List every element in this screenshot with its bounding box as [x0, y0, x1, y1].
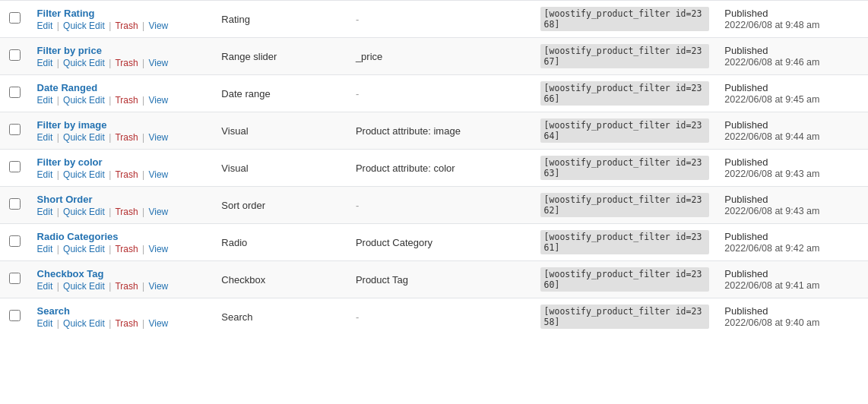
row-checkbox[interactable] — [9, 161, 21, 172]
shortcode-badge: [woostify_product_filter id=2363] — [540, 156, 710, 180]
view-link[interactable]: View — [148, 21, 168, 31]
sep2: | — [109, 21, 111, 31]
view-link[interactable]: View — [148, 318, 168, 329]
edit-link[interactable]: Edit — [37, 281, 53, 292]
row-title-link[interactable]: Filter by color — [37, 156, 103, 168]
shortcode-badge: [woostify_product_filter id=2368] — [540, 7, 710, 31]
row-actions: Edit | Quick Edit | Trash | View — [37, 244, 207, 254]
status-label: Published — [724, 156, 768, 168]
row-title-cell: Date Ranged Edit | Quick Edit | Trash | … — [30, 75, 214, 112]
view-link[interactable]: View — [148, 58, 168, 68]
row-filter-by-color: Filter by color Edit | Quick Edit | Tras… — [0, 150, 868, 187]
view-link[interactable]: View — [148, 244, 168, 254]
view-link[interactable]: View — [148, 132, 168, 143]
row-type: Visual — [221, 163, 248, 174]
row-checkbox[interactable] — [9, 198, 21, 210]
view-link[interactable]: View — [148, 95, 168, 106]
row-checkbox[interactable] — [9, 235, 21, 247]
row-checkbox[interactable] — [9, 310, 21, 321]
row-checkbox[interactable] — [9, 87, 21, 98]
row-checkbox[interactable] — [9, 12, 21, 24]
quick-edit-link[interactable]: Quick Edit — [63, 132, 105, 143]
row-title-link[interactable]: Filter by price — [37, 45, 102, 56]
row-title-link[interactable]: Date Ranged — [37, 82, 97, 93]
sep1: | — [57, 244, 59, 254]
trash-link[interactable]: Trash — [115, 21, 138, 31]
date-label: 2022/06/08 at 9:43 am — [724, 206, 819, 216]
view-link[interactable]: View — [148, 281, 168, 292]
status-label: Published — [724, 8, 768, 19]
shortcode-badge: [woostify_product_filter id=2362] — [540, 193, 710, 217]
quick-edit-link[interactable]: Quick Edit — [63, 207, 105, 217]
edit-link[interactable]: Edit — [37, 244, 53, 254]
row-checkbox-cell — [0, 187, 30, 224]
row-status-cell: Published 2022/06/08 at 9:40 am — [717, 298, 868, 336]
row-filter-by-image: Filter by image Edit | Quick Edit | Tras… — [0, 112, 868, 150]
row-checkbox[interactable] — [9, 49, 21, 61]
row-title-link[interactable]: Checkbox Tag — [37, 268, 104, 279]
row-type: Rating — [221, 14, 250, 25]
trash-link[interactable]: Trash — [115, 281, 138, 292]
row-type-cell: Visual — [214, 150, 348, 187]
row-title-link[interactable]: Filter Rating — [37, 8, 95, 19]
quick-edit-link[interactable]: Quick Edit — [63, 58, 105, 68]
trash-link[interactable]: Trash — [115, 132, 138, 143]
row-title-cell: Filter by color Edit | Quick Edit | Tras… — [30, 150, 214, 187]
shortcode-badge: [woostify_product_filter id=2367] — [540, 44, 710, 68]
shortcode-badge: [woostify_product_filter id=2358] — [540, 305, 710, 329]
quick-edit-link[interactable]: Quick Edit — [63, 244, 105, 254]
edit-link[interactable]: Edit — [37, 318, 53, 329]
row-radio-categories: Radio Categories Edit | Quick Edit | Tra… — [0, 224, 868, 261]
date-label: 2022/06/08 at 9:48 am — [724, 20, 819, 30]
edit-link[interactable]: Edit — [37, 207, 53, 217]
row-status-cell: Published 2022/06/08 at 9:42 am — [717, 224, 868, 261]
row-query-cell: - — [348, 75, 533, 112]
shortcode-badge: [woostify_product_filter id=2364] — [540, 118, 710, 143]
sep2: | — [109, 132, 111, 143]
row-checkbox-cell — [0, 261, 30, 298]
edit-link[interactable]: Edit — [37, 132, 53, 143]
row-type-cell: Radio — [214, 224, 348, 261]
trash-link[interactable]: Trash — [115, 95, 138, 106]
status-label: Published — [724, 305, 768, 317]
row-type: Search — [221, 311, 252, 323]
status-label: Published — [724, 268, 768, 279]
date-label: 2022/06/08 at 9:46 am — [724, 57, 819, 68]
edit-link[interactable]: Edit — [37, 95, 53, 106]
row-filter-by-price: Filter by price Edit | Quick Edit | Tras… — [0, 38, 868, 75]
shortcode-badge: [woostify_product_filter id=2360] — [540, 267, 710, 292]
trash-link[interactable]: Trash — [115, 207, 138, 217]
row-checkbox[interactable] — [9, 273, 21, 284]
trash-link[interactable]: Trash — [115, 169, 138, 180]
quick-edit-link[interactable]: Quick Edit — [63, 21, 105, 31]
edit-link[interactable]: Edit — [37, 169, 53, 180]
row-title-link[interactable]: Search — [37, 305, 70, 317]
sep2: | — [109, 95, 111, 106]
sep2: | — [109, 207, 111, 217]
row-shortcode-cell: [woostify_product_filter id=2362] — [533, 187, 718, 224]
date-label: 2022/06/08 at 9:40 am — [724, 317, 819, 328]
trash-link[interactable]: Trash — [115, 58, 138, 68]
row-title-link[interactable]: Radio Categories — [37, 231, 119, 242]
quick-edit-link[interactable]: Quick Edit — [63, 95, 105, 106]
edit-link[interactable]: Edit — [37, 21, 53, 31]
row-title-link[interactable]: Short Order — [37, 194, 93, 205]
trash-link[interactable]: Trash — [115, 244, 138, 254]
quick-edit-link[interactable]: Quick Edit — [63, 281, 105, 292]
quick-edit-link[interactable]: Quick Edit — [63, 169, 105, 180]
trash-link[interactable]: Trash — [115, 318, 138, 329]
quick-edit-link[interactable]: Quick Edit — [63, 318, 105, 329]
sep3: | — [142, 58, 144, 68]
sep1: | — [57, 21, 59, 31]
status-label: Published — [724, 45, 768, 56]
row-title-link[interactable]: Filter by image — [37, 119, 107, 131]
edit-link[interactable]: Edit — [37, 58, 53, 68]
row-checkbox-cell — [0, 112, 30, 150]
view-link[interactable]: View — [148, 207, 168, 217]
shortcode-badge: [woostify_product_filter id=2361] — [540, 230, 710, 254]
row-status-cell: Published 2022/06/08 at 9:43 am — [717, 187, 868, 224]
sep3: | — [142, 169, 144, 180]
sep3: | — [142, 318, 144, 329]
view-link[interactable]: View — [148, 169, 168, 180]
row-checkbox[interactable] — [9, 124, 21, 135]
